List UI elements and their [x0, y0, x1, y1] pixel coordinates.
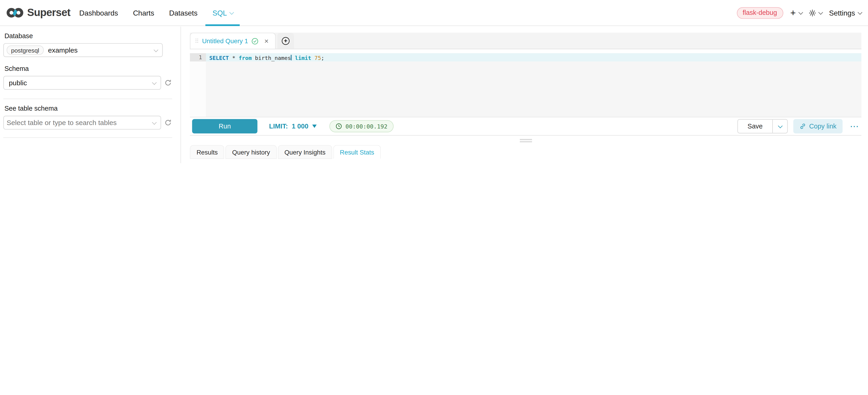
navbar-right: flask-debug + Settings	[737, 7, 861, 19]
elapsed-time-value: 00:00:00.192	[346, 123, 388, 130]
database-engine-tag: postgresql	[7, 45, 44, 55]
chevron-down-icon	[154, 47, 158, 52]
tab-results[interactable]: Results	[190, 145, 224, 159]
caret-down-icon	[312, 125, 316, 128]
table-select[interactable]	[3, 116, 161, 130]
theme-toggle[interactable]	[809, 9, 822, 16]
tab-query-history[interactable]: Query history	[225, 145, 277, 159]
chevron-down-icon	[778, 124, 782, 128]
save-options-button[interactable]	[772, 120, 787, 133]
sql-lab-main: Untitled Query 1 ✕ + 1 SELECT * from bir…	[182, 27, 868, 163]
main-nav: Dashboards Charts Datasets SQL	[79, 0, 233, 25]
new-item-menu[interactable]: +	[790, 8, 802, 18]
save-split-button: Save	[738, 119, 787, 133]
run-button[interactable]: Run	[192, 119, 257, 133]
plus-icon: +	[790, 8, 796, 18]
tab-query-insights[interactable]: Query Insights	[278, 145, 332, 159]
nav-item-dashboards[interactable]: Dashboards	[79, 0, 118, 25]
nav-item-charts[interactable]: Charts	[133, 0, 154, 25]
editor-toolbar: Run LIMIT: 1 000 00:00:00.192 Save	[190, 117, 861, 135]
sun-icon	[809, 9, 816, 16]
nav-item-sql[interactable]: SQL	[213, 0, 232, 25]
new-query-tab-button[interactable]: +	[277, 33, 294, 49]
sql-lab-sidebar: Database postgresql examples Schema publ…	[0, 27, 181, 163]
stats-sections: number(3)ColumnNulls %Distinct %Most Fre…	[190, 159, 861, 163]
divider	[3, 98, 172, 99]
copy-link-label: Copy link	[809, 122, 837, 130]
schema-value: public	[9, 79, 27, 87]
results-tabbar: Results Query history Query Insights Res…	[190, 145, 861, 159]
code-line: SELECT * from birth_names limit 75;	[209, 54, 324, 61]
database-select[interactable]: postgresql examples	[3, 43, 163, 57]
limit-dropdown[interactable]: LIMIT: 1 000	[269, 122, 316, 130]
link-icon	[799, 123, 806, 130]
refresh-schemas-button[interactable]	[164, 79, 172, 86]
query-tab[interactable]: Untitled Query 1 ✕	[190, 33, 276, 49]
environment-badge: flask-debug	[737, 7, 783, 19]
table-schema-label: See table schema	[4, 105, 172, 113]
plus-circle-icon: +	[282, 37, 289, 44]
query-success-icon	[251, 37, 258, 44]
brand-name: Superset	[27, 7, 70, 19]
chevron-down-icon	[152, 80, 156, 84]
nav-item-datasets[interactable]: Datasets	[169, 0, 197, 25]
query-tabstrip: Untitled Query 1 ✕ +	[190, 33, 861, 49]
limit-value: 1 000	[292, 122, 309, 130]
close-tab-icon[interactable]: ✕	[264, 38, 269, 44]
chevron-down-icon	[858, 10, 862, 14]
save-button[interactable]: Save	[738, 120, 772, 133]
settings-label: Settings	[829, 9, 855, 17]
schema-label: Schema	[4, 65, 172, 72]
tab-result-stats[interactable]: Result Stats	[333, 145, 381, 159]
superset-logo[interactable]: Superset	[6, 7, 70, 19]
chevron-down-icon	[798, 10, 803, 14]
database-label: Database	[4, 32, 172, 40]
chevron-down-icon	[818, 10, 823, 14]
sql-editor[interactable]: 1 SELECT * from birth_names limit 75;	[190, 53, 861, 117]
chevron-down-icon	[229, 10, 234, 14]
chevron-down-icon	[152, 120, 156, 124]
superset-sql-lab: Superset Dashboards Charts Datasets SQL …	[0, 0, 868, 163]
limit-label: LIMIT:	[269, 122, 288, 130]
refresh-tables-button[interactable]	[164, 119, 172, 126]
copy-link-button[interactable]: Copy link	[793, 119, 842, 133]
divider	[3, 138, 172, 138]
editor-gutter	[190, 53, 206, 117]
clock-icon	[336, 123, 342, 130]
elapsed-timer: 00:00:00.192	[329, 120, 394, 132]
settings-menu[interactable]: Settings	[829, 9, 861, 17]
table-select-input[interactable]	[7, 119, 148, 127]
superset-infinity-icon	[6, 7, 24, 19]
editor-line-number: 1	[190, 53, 206, 61]
query-tab-title: Untitled Query 1	[202, 38, 248, 44]
pane-resize-handle[interactable]	[190, 135, 861, 145]
database-value: examples	[48, 46, 78, 54]
schema-select[interactable]: public	[3, 76, 161, 90]
navbar: Superset Dashboards Charts Datasets SQL …	[0, 0, 868, 26]
nav-item-sql-label: SQL	[213, 9, 227, 17]
drag-handle-icon	[195, 38, 199, 43]
more-actions-button[interactable]: ···	[848, 122, 861, 130]
